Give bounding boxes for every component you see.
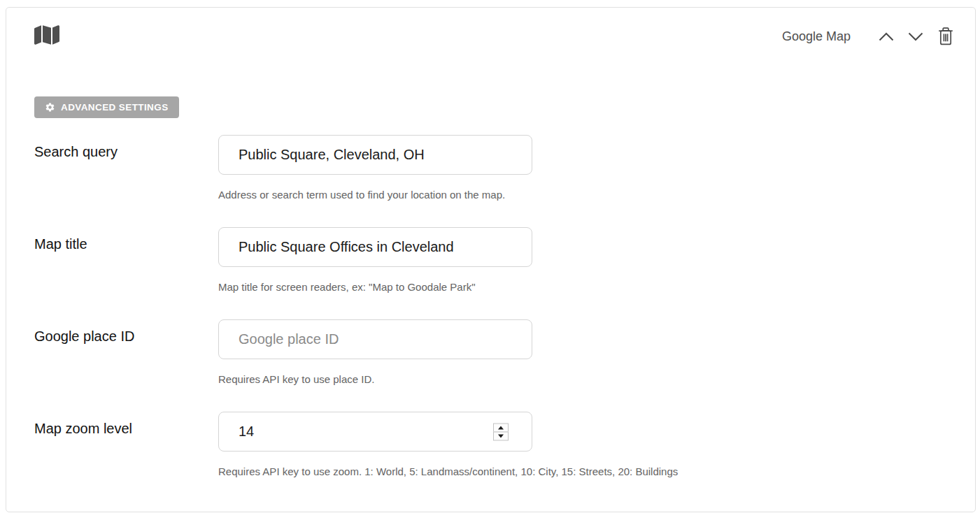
map-zoom-level-input[interactable] <box>218 412 532 452</box>
field-row-map-zoom-level: Map zoom level Requires API key to use z… <box>34 412 975 477</box>
number-spinner[interactable] <box>493 423 509 440</box>
search-query-input[interactable] <box>218 135 532 175</box>
chevron-up-icon <box>879 32 894 41</box>
advanced-settings-button[interactable]: ADVANCED SETTINGS <box>34 96 179 118</box>
folded-map-icon <box>34 24 59 46</box>
map-title-input[interactable] <box>218 227 532 267</box>
block-header: Google Map <box>6 8 975 49</box>
map-title-label: Map title <box>34 227 218 293</box>
triangle-down-icon <box>498 434 504 438</box>
search-query-help: Address or search term used to find your… <box>218 189 975 201</box>
spinner-down-button[interactable] <box>493 431 509 440</box>
advanced-settings-label: ADVANCED SETTINGS <box>61 102 169 113</box>
map-zoom-level-label: Map zoom level <box>34 412 218 477</box>
field-row-search-query: Search query Address or search term used… <box>34 135 975 201</box>
triangle-up-icon <box>498 426 504 429</box>
field-row-google-place-id: Google place ID Requires API key to use … <box>34 319 975 385</box>
gear-icon <box>45 102 55 113</box>
map-title-help: Map title for screen readers, ex: "Map t… <box>218 281 975 293</box>
block-toolbar: Google Map <box>782 24 957 49</box>
google-place-id-help: Requires API key to use place ID. <box>218 373 975 385</box>
search-query-label: Search query <box>34 135 218 201</box>
delete-block-button[interactable] <box>935 24 957 48</box>
block-type-label: Google Map <box>782 29 851 44</box>
google-map-block-panel: Google Map <box>6 7 976 512</box>
chevron-down-icon <box>908 32 923 41</box>
map-zoom-level-help: Requires API key to use zoom. 1: World, … <box>218 465 975 477</box>
map-settings-form: Search query Address or search term used… <box>34 135 975 477</box>
google-place-id-label: Google place ID <box>34 319 218 385</box>
google-place-id-input[interactable] <box>218 319 532 359</box>
move-down-button[interactable] <box>905 29 926 44</box>
field-row-map-title: Map title Map title for screen readers, … <box>34 227 975 293</box>
trash-icon <box>937 27 954 45</box>
move-up-button[interactable] <box>876 29 897 44</box>
